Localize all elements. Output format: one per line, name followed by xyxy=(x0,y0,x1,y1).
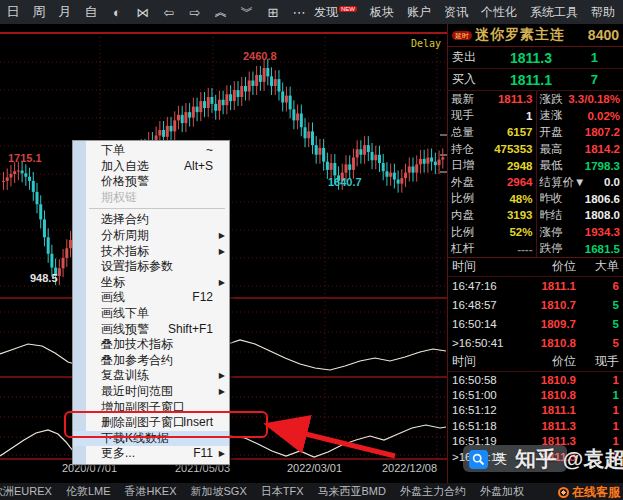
tick-qty: 1 xyxy=(613,420,619,432)
low-price-label: 948.5 xyxy=(30,272,58,284)
tab-日本TFX[interactable]: 日本TFX xyxy=(261,484,304,499)
col-qty-label: 现手 xyxy=(595,353,619,370)
tab-新加坡SGX[interactable]: 新加坡SGX xyxy=(191,484,247,499)
field-label: 跌停 xyxy=(540,241,563,256)
menu-帮助[interactable]: 帮助 xyxy=(591,4,615,21)
tab-欧洲EUREX[interactable]: 欧洲EUREX xyxy=(0,484,52,499)
tab-外盘加权[interactable]: 外盘加权 xyxy=(480,484,524,499)
menu-item-14[interactable]: 叠加参考合约 xyxy=(73,353,229,369)
menu-item-5[interactable]: 选择合约 xyxy=(73,212,229,228)
menu-item-9[interactable]: 坐标▶ xyxy=(73,275,229,291)
field-value: ---- xyxy=(517,243,532,255)
field-value: 1807.2 xyxy=(585,126,620,138)
menu-系统工具[interactable]: 系统工具 xyxy=(530,4,578,21)
menu-item-10[interactable]: 画线F12 xyxy=(73,290,229,306)
field-label: 现手 xyxy=(451,108,474,123)
field-label: 涨跌 xyxy=(540,92,563,107)
menu-个性化[interactable]: 个性化 xyxy=(481,4,517,21)
col-qty-label: 大单 xyxy=(595,258,619,275)
collapse-up-icon[interactable]: ︽ xyxy=(208,3,234,21)
bid-label: 买入 xyxy=(452,71,486,88)
field-value: 0.02% xyxy=(587,110,620,122)
menu-账户[interactable]: 账户 xyxy=(407,4,431,21)
menu-item-3[interactable]: 价格预警 xyxy=(73,174,229,190)
bid-row[interactable]: 买入 1811.1 7 xyxy=(448,69,623,91)
field-value: 1 xyxy=(526,110,532,122)
tick-price: 1810.7 xyxy=(514,299,576,311)
quote-field-row: 跌停1681.5 xyxy=(537,240,623,257)
submenu-arrow-icon: ▶ xyxy=(219,368,225,384)
quote-field-row: 最新1811.3 xyxy=(448,91,536,108)
service-label: 在线客服 xyxy=(572,484,620,500)
quote-details-grid: 最新1811.3现手1总量6157持仓475353日增2948外盘2964比例4… xyxy=(448,91,623,258)
period-month-icon[interactable]: 月 xyxy=(52,3,78,21)
more-dots-icon[interactable]: ⋯ xyxy=(286,5,312,20)
menu-发现[interactable]: 发现NEW xyxy=(314,4,357,21)
tab-香港HKEX[interactable]: 香港HKEX xyxy=(125,484,177,499)
tab-外盘主力合约[interactable]: 外盘主力合约 xyxy=(400,484,466,499)
ask-label: 卖出 xyxy=(452,49,486,66)
watermark-text: 知乎 @袁超 xyxy=(515,445,623,473)
quote-field-row: 总量6157 xyxy=(448,124,536,141)
period-week-icon[interactable]: 周 xyxy=(26,3,52,21)
instrument-name: 迷你罗素主连 xyxy=(475,26,565,44)
menu-item-12[interactable]: 画线预警Shift+F1 xyxy=(73,322,229,338)
quote-field-row: 杠杆---- xyxy=(448,240,536,257)
field-label: 开盘 xyxy=(540,125,563,140)
menu-shortcut: ~ xyxy=(206,143,213,159)
compress-icon[interactable]: ⋈ xyxy=(130,5,156,20)
tick-time: 16:51:12 xyxy=(452,404,514,416)
tick-qty: 1 xyxy=(613,374,619,386)
quote-field-row: 日增2948 xyxy=(448,157,536,174)
menu-item-16[interactable]: 最近时间范围▶ xyxy=(73,384,229,400)
quote-title-row[interactable]: 延时 迷你罗素主连 8400 xyxy=(448,24,623,47)
menu-item-11[interactable]: 画线下单 xyxy=(73,306,229,322)
menu-板块[interactable]: 板块 xyxy=(370,4,394,21)
bid-volume: 7 xyxy=(552,72,598,87)
tick-row: 16:51:181811.31 xyxy=(448,418,623,433)
view-toggle-icon[interactable]: ◐ xyxy=(104,5,130,20)
field-label: 比例 xyxy=(451,191,474,206)
menu-separator xyxy=(89,208,225,209)
tab-马来西亚BMD[interactable]: 马来西亚BMD xyxy=(318,484,386,499)
menu-item-8[interactable]: 设置指标参数 xyxy=(73,259,229,275)
menu-item-20[interactable]: 更多...▶ xyxy=(73,446,229,462)
menu-item-6[interactable]: 分析周期▶ xyxy=(73,228,229,244)
instrument-price-code: 8400 xyxy=(588,27,619,43)
period-auto-icon[interactable]: 自 xyxy=(78,3,104,21)
col-price-label: 价位 xyxy=(514,353,576,370)
menu-资讯[interactable]: 资讯 xyxy=(444,4,468,21)
tick-row: 16:47:161811.16 xyxy=(448,277,623,296)
menu-item-15[interactable]: 复盘训练▶ xyxy=(73,368,229,384)
period-day-icon[interactable]: 日 xyxy=(0,3,26,21)
tick-qty: 1 xyxy=(613,389,619,401)
tab-伦敦LME[interactable]: 伦敦LME xyxy=(66,484,111,499)
quote-field-row: 开盘1807.2 xyxy=(537,124,623,141)
annotation-arrow xyxy=(255,412,405,464)
col-time-label: 时间 xyxy=(452,258,514,275)
submenu-arrow-icon: ▶ xyxy=(219,228,225,244)
collapse-down-icon[interactable]: ︾ xyxy=(234,3,260,21)
menu-item-13[interactable]: 叠加技术指标 xyxy=(73,337,229,353)
arrow-left-icon[interactable]: ⇦ xyxy=(156,5,182,20)
field-value: 52% xyxy=(509,226,532,238)
field-label: 内盘 xyxy=(451,208,474,223)
field-label: 速涨 xyxy=(540,108,563,123)
menu-shortcut: Alt+S xyxy=(184,159,213,175)
field-label: 昨收 xyxy=(540,191,563,206)
arrow-right-icon[interactable]: ⇨ xyxy=(182,5,208,20)
menu-item-1[interactable]: 下单~ xyxy=(73,143,229,159)
menu-item-7[interactable]: 技术指标▶ xyxy=(73,244,229,260)
tick-row: 16:51:121811.11 xyxy=(448,403,623,418)
col-time-label: 时间 xyxy=(452,353,514,370)
ask-row[interactable]: 卖出 1811.3 1 xyxy=(448,47,623,69)
quote-field-row: 比例52% xyxy=(448,224,536,241)
field-label: 比例 xyxy=(451,225,474,240)
peak-price-label: 2460.8 xyxy=(243,50,277,62)
menu-item-2[interactable]: 加入自选Alt+S xyxy=(73,159,229,175)
delay-indicator: Delay xyxy=(411,38,441,49)
market-tabs: 欧洲EUREX伦敦LME香港HKEX新加坡SGX日本TFX马来西亚BMD外盘主力… xyxy=(0,484,524,499)
online-service[interactable]: 在线客服 xyxy=(558,484,620,500)
grid-layout-icon[interactable]: ⊞ xyxy=(260,5,286,20)
field-value: 2948 xyxy=(507,160,533,172)
